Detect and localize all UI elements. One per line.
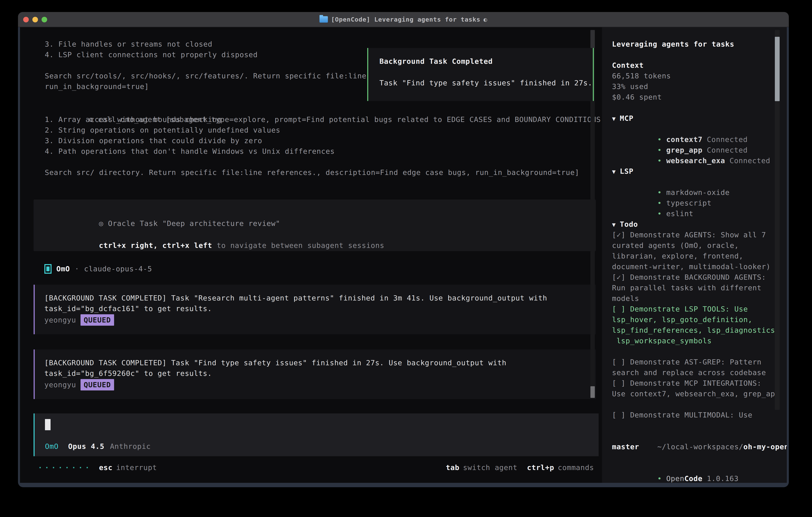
agent-square-icon	[45, 264, 52, 274]
agent-model: claude-opus-4-5	[84, 264, 152, 274]
task-message-line1: [BACKGROUND TASK COMPLETED] Task "Resear…	[45, 293, 547, 303]
oracle-task-title: Oracle Task "Deep architecture review"	[108, 219, 280, 227]
prompt-input[interactable]: OmO Opus 4.5 Anthropic	[34, 413, 599, 456]
hint-key-2: ctrl+x left	[163, 241, 212, 249]
status-dot-icon: •	[657, 474, 662, 483]
task-message-line2: task_id="bg_dcfac161" to get results.	[45, 303, 212, 314]
input-footer: OmO Opus 4.5 Anthropic	[45, 441, 151, 452]
todo-section-header[interactable]: ▼Todo	[612, 219, 638, 230]
half-circle-status-icon: ◐	[484, 14, 487, 25]
oracle-task-card: ◎ Oracle Task "Deep architecture review"…	[34, 199, 596, 251]
screenshot-root: [OpenCode] Leveraging agents for tasks ◐…	[0, 0, 812, 517]
context-spent: $0.46 spent	[612, 92, 662, 102]
hint-text: to navigate between subagent sessions	[217, 241, 384, 249]
session-sidebar: Leveraging agents for tasks Context 66,5…	[602, 27, 787, 483]
task-message-line1: [BACKGROUND TASK COMPLETED] Task "Find t…	[45, 357, 506, 368]
spinner-dots: ········	[38, 462, 92, 473]
mcp-item: •websearch_exaConnected	[612, 145, 770, 176]
chevron-down-icon: ▼	[612, 168, 616, 175]
status-dot-icon: •	[657, 210, 662, 218]
background-task-message: [BACKGROUND TASK COMPLETED] Task "Resear…	[34, 285, 596, 334]
toast-body: Task "Find type safety issues" finished …	[379, 78, 592, 88]
chevron-down-icon: ▼	[612, 221, 616, 228]
status-dot-icon: •	[657, 157, 662, 165]
sidebar-scrollbar-thumb[interactable]	[775, 37, 780, 101]
active-agent-label: OmO	[45, 441, 59, 452]
context-tokens: 66,518 tokens	[612, 71, 671, 81]
lsp-section-header[interactable]: ▼LSP	[612, 166, 633, 177]
chat-scrollbar-thumb[interactable]	[590, 386, 595, 398]
window-title-text: [OpenCode] Leveraging agents for tasks	[331, 14, 480, 25]
close-button[interactable]	[23, 17, 29, 22]
scrollback-text: 3. File handles or streams not closed 4.…	[45, 39, 367, 92]
mcp-section-header[interactable]: ▼MCP	[612, 113, 633, 124]
record-icon: ◎	[99, 219, 104, 227]
window-title: [OpenCode] Leveraging agents for tasks ◐	[319, 14, 487, 25]
task-message-line2: task_id="bg_6f59260c" to get results.	[45, 368, 212, 379]
app-version: •OpenCode1.0.163	[612, 463, 739, 483]
chevron-down-icon: ▼	[612, 115, 616, 122]
text-cursor	[45, 419, 51, 430]
sidebar-scrollbar-track[interactable]	[775, 30, 780, 410]
chat-pane: 3. File handles or streams not closed 4.…	[20, 27, 602, 483]
folder-icon	[319, 16, 328, 23]
todo-done-items: [✓] Demonstrate AGENTS: Show all 7 curat…	[612, 229, 771, 304]
esc-key-hint: esc	[99, 462, 113, 473]
queued-badge: QUEUED	[81, 314, 114, 326]
zoom-button[interactable]	[41, 17, 47, 22]
minimize-button[interactable]	[32, 17, 38, 22]
terminal-window: [OpenCode] Leveraging agents for tasks ◐…	[18, 12, 789, 487]
tab-key-label: switch agent	[463, 462, 517, 473]
agent-response-header: OmO · claude-opus-4-5	[45, 264, 152, 274]
active-model-label[interactable]: Opus 4.5	[68, 441, 104, 452]
task-author: yeongyu	[45, 379, 76, 390]
context-header: Context	[612, 60, 644, 71]
ctrlp-key-hint: ctrl+p	[527, 462, 554, 473]
provider-label: Anthropic	[110, 441, 151, 452]
subagent-nav-hint: ctrl+x right, ctrl+x left to navigate be…	[45, 229, 384, 261]
todo-pending-items: [ ] Demonstrate MULTIMODAL: Use	[612, 410, 752, 420]
background-task-message: [BACKGROUND TASK COMPLETED] Task "Find t…	[34, 350, 596, 399]
agent-name: OmO	[56, 264, 70, 274]
ctrlp-key-label: commands	[558, 462, 594, 473]
context-used: 33% used	[612, 81, 648, 92]
tab-key-hint: tab	[446, 462, 459, 473]
todo-pending-items: [ ] Demonstrate AST-GREP: Pattern search…	[612, 357, 780, 399]
git-branch: master	[612, 441, 639, 452]
separator-dot: ·	[75, 264, 79, 274]
task-author: yeongyu	[45, 315, 76, 325]
hint-key-1: ctrl+x right,	[99, 241, 158, 249]
window-titlebar: [OpenCode] Leveraging agents for tasks ◐	[18, 12, 789, 27]
status-bar: ········ esc interrupt tab switch agent …	[38, 462, 594, 473]
tool-call-list: 1. Array access without bounds checking …	[45, 114, 335, 157]
todo-current-item: [ ] Demonstrate LSP TOOLS: Use lsp_hover…	[612, 304, 780, 346]
toast-title: Background Task Completed	[379, 56, 493, 66]
chat-scrollbar-thumb-top[interactable]	[590, 30, 595, 48]
esc-key-label: interrupt	[116, 462, 157, 473]
session-title: Leveraging agents for tasks	[612, 39, 734, 49]
traffic-lights	[23, 12, 47, 27]
tool-call-tail: Search src/ directory. Return specific f…	[45, 167, 579, 178]
queued-badge: QUEUED	[81, 379, 114, 390]
toast-notification: Background Task Completed Task "Find typ…	[367, 48, 594, 101]
